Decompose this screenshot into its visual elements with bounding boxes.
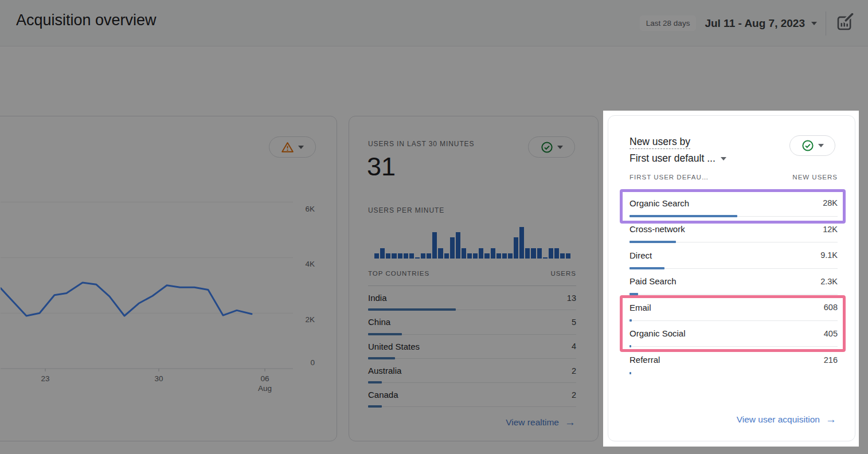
data-quality-button-ok[interactable] — [528, 136, 575, 158]
countries-table-header: TOP COUNTRIES USERS — [368, 270, 576, 286]
country-row-label: Canada — [368, 390, 398, 400]
channels-table-header: FIRST USER DEFAU… NEW USERS — [630, 174, 838, 190]
channel-row: Direct9.1K — [630, 242, 838, 269]
svg-text:30: 30 — [154, 374, 163, 383]
minute-bar — [409, 253, 414, 259]
customize-report-icon — [836, 13, 854, 32]
minute-bar — [479, 248, 483, 259]
minute-bar — [380, 248, 385, 259]
channel-row-value: 9.1K — [820, 251, 838, 260]
minute-bar — [491, 248, 495, 259]
channel-row: Organic Social405 — [630, 321, 838, 347]
new-users-title: New users by First user default ... — [630, 134, 726, 167]
country-row-value: 13 — [567, 293, 576, 303]
users-last-30-min-value: 31 — [367, 152, 396, 182]
minute-bar — [566, 253, 570, 259]
channel-row: Cross-network12K — [630, 217, 838, 243]
minute-bar — [432, 232, 437, 259]
minute-bar — [519, 227, 524, 259]
chevron-down-icon — [818, 144, 824, 147]
channel-row-label: Paid Search — [630, 276, 677, 286]
channel-row-value: 2.3K — [820, 277, 838, 286]
users-trend-card: 02K4K6K233006Aug — [0, 116, 337, 441]
chevron-down-icon — [811, 22, 817, 25]
view-realtime-label: View realtime — [506, 417, 559, 428]
countries-table: India13China5United States4Australia2Can… — [368, 286, 576, 407]
minute-bar — [398, 253, 402, 259]
channel-row: Email608 — [630, 295, 838, 321]
arrow-right-icon: → — [565, 416, 576, 429]
minute-bar — [374, 253, 379, 259]
channel-row-value: 216 — [824, 355, 838, 365]
minute-bar — [496, 253, 501, 259]
country-row-bar — [368, 405, 382, 408]
minute-bar — [502, 253, 507, 259]
minute-bar — [467, 253, 472, 259]
minute-bar — [554, 248, 559, 259]
country-row-label: United States — [368, 342, 420, 351]
minute-bar — [438, 248, 443, 259]
chevron-down-icon[interactable] — [721, 157, 726, 161]
channel-row-label: Referral — [630, 355, 660, 365]
minute-bar — [543, 257, 548, 259]
new-users-by-label: New users by — [630, 136, 690, 149]
minute-bar — [392, 253, 396, 259]
realtime-card: USERS IN LAST 30 MINUTES 31 USERS PER MI… — [349, 116, 599, 441]
svg-text:06: 06 — [260, 374, 269, 383]
minute-bar — [514, 237, 518, 259]
dimension-selector-label[interactable]: First user default ... — [630, 150, 715, 167]
users-header: USERS — [550, 270, 576, 285]
svg-text:23: 23 — [41, 374, 49, 383]
country-row-value: 2 — [572, 390, 576, 400]
channel-row: Referral216 — [630, 347, 838, 373]
top-header: Acquisition overview Last 28 days Jul 11… — [0, 0, 868, 46]
channel-row: Organic Search28K — [630, 190, 838, 217]
minute-bar — [386, 253, 390, 259]
minute-bar — [508, 253, 513, 259]
channel-row-bar — [630, 372, 631, 374]
svg-text:2K: 2K — [305, 315, 315, 324]
data-quality-button-ok[interactable] — [789, 135, 835, 156]
data-quality-button-warning[interactable] — [269, 136, 316, 158]
minute-bar — [427, 253, 431, 259]
minute-bar — [549, 248, 553, 259]
view-realtime-link[interactable]: View realtime → — [506, 416, 576, 429]
arrow-right-icon: → — [826, 413, 836, 426]
users-per-minute-chart — [374, 225, 570, 259]
ga4-acquisition-overview-page: Acquisition overview Last 28 days Jul 11… — [0, 0, 868, 454]
check-circle-icon — [541, 141, 553, 154]
channel-row: Paid Search2.3K — [630, 269, 838, 295]
check-circle-icon — [801, 139, 814, 152]
channels-table: Organic Search28KCross-network12KDirect9… — [630, 190, 838, 373]
minute-bar — [473, 253, 478, 259]
channel-row-label: Direct — [630, 251, 652, 260]
channel-row-value: 12K — [823, 225, 838, 234]
metric-column-header: NEW USERS — [792, 174, 838, 190]
dimension-column-header: FIRST USER DEFAU… — [630, 174, 709, 190]
minute-bar — [462, 248, 466, 259]
country-row: Canada2 — [368, 383, 576, 407]
svg-text:Aug: Aug — [258, 384, 272, 393]
page-title: Acquisition overview — [16, 11, 157, 29]
header-divider — [826, 11, 826, 36]
channel-row-label: Organic Search — [630, 198, 689, 208]
country-row: United States4 — [368, 335, 576, 359]
date-range-selector[interactable]: Jul 11 - Aug 7, 2023 — [705, 17, 817, 30]
minute-bar — [421, 253, 425, 259]
minute-bar — [560, 253, 565, 259]
minute-bar — [484, 253, 489, 259]
minute-bar — [444, 253, 449, 259]
chevron-down-icon — [557, 146, 563, 149]
minute-bar — [456, 232, 460, 259]
country-row-value: 5 — [572, 318, 576, 327]
view-user-acquisition-link[interactable]: View user acquisition → — [737, 413, 836, 426]
customize-report-button[interactable] — [835, 12, 855, 34]
chevron-down-icon — [298, 146, 304, 149]
users-line-chart: 02K4K6K233006Aug — [1, 199, 322, 399]
view-user-acquisition-label: View user acquisition — [737, 414, 820, 425]
channel-row-label: Organic Social — [630, 328, 686, 338]
country-row: Australia2 — [368, 359, 576, 383]
minute-bar — [404, 253, 408, 259]
channel-row-label: Cross-network — [630, 224, 685, 234]
channel-row-value: 608 — [824, 303, 838, 312]
